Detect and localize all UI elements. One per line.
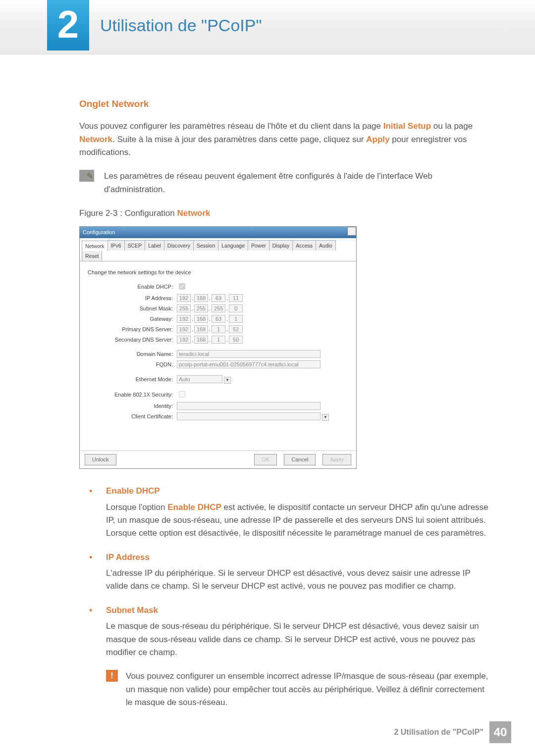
tab-display[interactable]: Display xyxy=(269,240,293,251)
gw-oct-2[interactable] xyxy=(194,315,208,323)
footer-text: 2 Utilisation de "PCoIP" xyxy=(394,728,483,737)
page-footer: 2 Utilisation de "PCoIP" 40 xyxy=(394,721,511,743)
d2-oct-4[interactable] xyxy=(229,336,243,344)
apply-button[interactable]: Apply xyxy=(322,454,351,465)
gw-oct-3[interactable] xyxy=(212,315,225,323)
text: Vous pouvez configurer les paramètres ré… xyxy=(79,121,383,131)
sn-oct-1[interactable] xyxy=(177,304,191,312)
label-subnet-mask: Subnet Mask: xyxy=(88,304,177,313)
tab-network[interactable]: Network xyxy=(82,241,108,251)
ok-button[interactable]: OK xyxy=(254,454,277,465)
checkbox-8021x[interactable] xyxy=(179,391,185,398)
d2-oct-3[interactable] xyxy=(212,336,225,344)
tab-ipv6[interactable]: IPv6 xyxy=(107,240,125,251)
label-domain-name: Domain Name: xyxy=(88,350,177,358)
label-primary-dns: Primary DNS Server: xyxy=(88,325,177,334)
sn-oct-3[interactable] xyxy=(212,304,225,312)
link-initial-setup[interactable]: Initial Setup xyxy=(383,121,431,131)
tab-label[interactable]: Label xyxy=(145,240,164,251)
note-row: Les paramètres de réseau peuvent égaleme… xyxy=(79,170,490,196)
page-number: 40 xyxy=(489,721,511,743)
primary-dns-field[interactable]: ... xyxy=(177,325,243,334)
domain-name-input[interactable] xyxy=(177,350,321,358)
label-client-cert: Client Certificate: xyxy=(88,412,177,421)
bullet-body-ip-address: L'adresse IP du périphérique. Si le serv… xyxy=(106,567,490,593)
text: Lorsque l'option xyxy=(106,503,167,512)
subnet-mask-field[interactable]: ... xyxy=(177,304,243,313)
gw-oct-1[interactable] xyxy=(177,315,191,323)
ip-address-field[interactable]: ... xyxy=(177,294,243,302)
bullet-title: Enable DHCP xyxy=(106,486,160,496)
tab-access[interactable]: Access xyxy=(292,240,316,251)
config-tabs: Network IPv6 SCEP Label Discovery Sessio… xyxy=(80,238,356,262)
text: ou la page xyxy=(431,121,473,131)
label-ethernet-mode: Ethernet Mode: xyxy=(88,375,177,384)
label-ip-address: IP Address: xyxy=(88,294,177,302)
tab-session[interactable]: Session xyxy=(193,240,218,251)
warning-row: ! Vous pouvez configurer un ensemble inc… xyxy=(106,670,490,709)
ip-oct-3[interactable] xyxy=(212,294,225,302)
text: Figure 2-3 : Configuration xyxy=(79,208,177,218)
secondary-dns-field[interactable]: ... xyxy=(177,336,243,344)
tab-power[interactable]: Power xyxy=(248,240,269,251)
fqdn-input[interactable] xyxy=(177,360,321,368)
label-enable-dhcp: Enable DHCP: xyxy=(88,283,177,291)
bullet-body-subnet-mask: Le masque de sous-réseau du périphérique… xyxy=(106,620,490,659)
tab-reset[interactable]: Reset xyxy=(82,251,102,261)
section-heading: Onglet Network xyxy=(79,97,490,111)
intro-paragraph: Vous pouvez configurer les paramètres ré… xyxy=(79,120,490,159)
checkbox-enable-dhcp[interactable] xyxy=(179,283,185,290)
gateway-field[interactable]: ... xyxy=(177,315,243,323)
tab-discovery[interactable]: Discovery xyxy=(164,240,194,251)
sn-oct-2[interactable] xyxy=(194,304,208,312)
unlock-button[interactable]: Unlock xyxy=(85,454,116,465)
config-titlebar: Configuration × xyxy=(80,227,356,238)
tab-language[interactable]: Language xyxy=(218,240,248,251)
d2-oct-2[interactable] xyxy=(194,336,208,344)
page-header: 2 Utilisation de "PCoIP" xyxy=(0,0,535,54)
ip-oct-1[interactable] xyxy=(177,294,191,302)
note-icon xyxy=(79,170,94,182)
cancel-button[interactable]: Cancel xyxy=(284,454,316,465)
note-text: Les paramètres de réseau peuvent égaleme… xyxy=(104,170,490,196)
label-gateway: Gateway: xyxy=(88,315,177,323)
identity-input[interactable] xyxy=(177,402,321,410)
label-fqdn: FQDN: xyxy=(88,360,177,369)
link-apply[interactable]: Apply xyxy=(366,135,389,144)
config-title-text: Configuration xyxy=(83,229,115,235)
bullet-title: Subnet Mask xyxy=(106,605,158,615)
client-cert-select[interactable] xyxy=(177,412,321,420)
gw-oct-4[interactable] xyxy=(229,315,243,323)
link-network[interactable]: Network xyxy=(79,135,112,144)
chapter-number-box: 2 xyxy=(47,0,89,50)
warning-icon: ! xyxy=(106,670,118,682)
config-subheading: Change the network settings for the devi… xyxy=(88,268,348,277)
bullet-ip-address: IP Address xyxy=(89,551,490,564)
d1-oct-2[interactable] xyxy=(194,325,208,333)
d1-oct-1[interactable] xyxy=(177,325,191,333)
close-icon[interactable]: × xyxy=(347,227,356,236)
chevron-down-icon[interactable]: ▼ xyxy=(224,377,231,384)
inline-highlight: Enable DHCP xyxy=(167,503,221,512)
d2-oct-1[interactable] xyxy=(177,336,191,344)
tab-audio[interactable]: Audio xyxy=(316,240,336,251)
tab-scep[interactable]: SCEP xyxy=(124,240,146,251)
label-8021x: Enable 802.1X Security: xyxy=(88,391,177,399)
bullet-body-enable-dhcp: Lorsque l'option Enable DHCP est activée… xyxy=(106,501,490,540)
chevron-down-icon[interactable]: ▼ xyxy=(322,414,329,421)
figure-caption: Figure 2-3 : Configuration Network xyxy=(79,207,490,220)
d1-oct-4[interactable] xyxy=(229,325,243,333)
d1-oct-3[interactable] xyxy=(212,325,225,333)
ip-oct-4[interactable] xyxy=(229,294,243,302)
bullet-subnet-mask: Subnet Mask xyxy=(89,604,490,617)
label-secondary-dns: Secondary DNS Server: xyxy=(88,336,177,344)
sn-oct-4[interactable] xyxy=(229,304,243,312)
warning-text: Vous pouvez configurer un ensemble incor… xyxy=(126,670,490,709)
label-identity: Identity: xyxy=(88,402,177,410)
figure-caption-highlight: Network xyxy=(177,208,211,218)
ip-oct-2[interactable] xyxy=(194,294,208,302)
bullet-enable-dhcp: Enable DHCP xyxy=(89,485,490,498)
text: . Suite à la mise à jour des paramètres … xyxy=(112,135,366,144)
ethernet-mode-select[interactable] xyxy=(177,375,222,383)
chapter-title: Utilisation de "PCoIP" xyxy=(100,16,262,35)
